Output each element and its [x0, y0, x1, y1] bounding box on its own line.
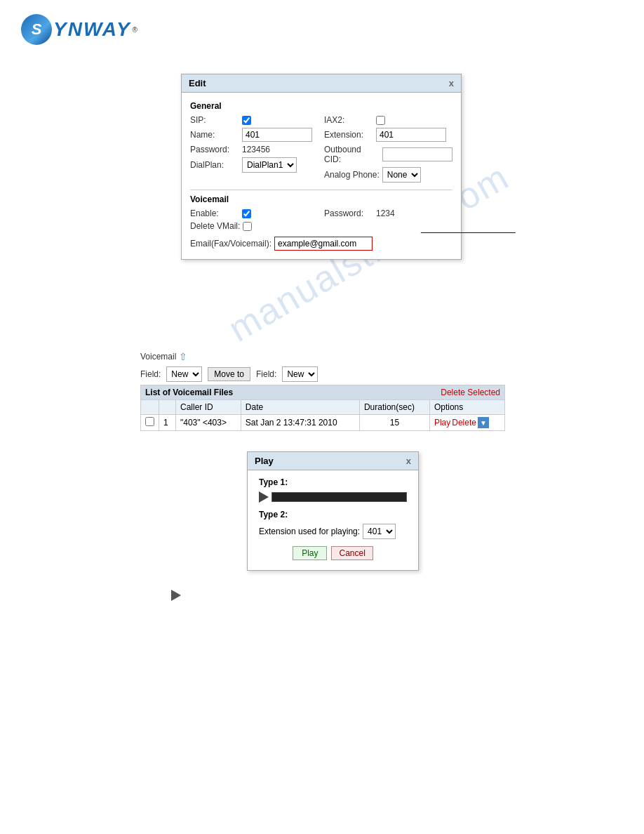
play-link[interactable]: Play	[434, 418, 450, 428]
logo-letter: S	[32, 20, 42, 39]
voicemail-table: Caller ID Date Duration(sec) Options 1 "…	[140, 399, 505, 431]
options-cell: Play Delete ▼	[434, 417, 500, 428]
analog-phone-label: Analog Phone:	[324, 170, 380, 180]
logo-area: S YNWAY ®	[0, 0, 644, 59]
vm-password-value: 1234	[376, 208, 395, 218]
play-cancel-row: Play Cancel	[259, 546, 407, 560]
delete-link[interactable]: Delete	[452, 418, 476, 428]
play-close-icon[interactable]: x	[406, 456, 411, 466]
edit-dialog: Edit x General SIP: Name: Password: 1234…	[181, 74, 462, 260]
col-options: Options	[429, 400, 504, 415]
name-row: Name:	[190, 128, 318, 142]
logo-reg: ®	[133, 26, 137, 34]
password-row: Password: 123456	[190, 145, 318, 154]
email-input[interactable]	[274, 237, 373, 251]
link-area[interactable]: ______________________	[421, 225, 516, 233]
delete-vmail-row: Delete VMail:	[190, 221, 318, 231]
field-select2[interactable]: New	[282, 366, 318, 382]
row-checkbox-cell	[141, 415, 159, 431]
enable-checkbox[interactable]	[242, 209, 251, 218]
divider1	[190, 190, 452, 190]
iax2-checkbox[interactable]	[376, 116, 385, 125]
enable-row: Enable:	[190, 208, 318, 218]
dialog-title-text: Edit	[189, 78, 206, 88]
iax2-label: IAX2:	[324, 115, 373, 125]
col-date: Date	[241, 400, 359, 415]
list-title: List of Voicemail Files	[145, 388, 233, 397]
logo-text: YNWAY	[53, 18, 131, 41]
play-button[interactable]: Play	[293, 546, 327, 560]
audio-bar	[259, 491, 407, 503]
email-label: Email(Fax/Voicemail):	[190, 239, 271, 249]
analog-phone-row: Analog Phone: None	[324, 167, 452, 183]
col-checkbox	[141, 400, 159, 415]
extension-used-label: Extension used for playing:	[259, 527, 360, 536]
audio-progress-bar	[271, 492, 407, 502]
row-caller-id: "403" <403>	[176, 415, 241, 431]
row-number: 1	[159, 415, 176, 431]
password-label: Password:	[190, 145, 239, 154]
audio-play-icon[interactable]	[259, 491, 269, 503]
outbound-cid-row: Outbound CID:	[324, 145, 452, 164]
dialog-title-bar: Edit x	[182, 74, 461, 93]
field-row: Field: New Move to Field: New	[140, 366, 505, 382]
cancel-button[interactable]: Cancel	[331, 546, 373, 560]
row-duration: 15	[359, 415, 429, 431]
dialplan-row: DialPlan: DialPlan1	[190, 157, 318, 173]
voicemail-text: Voicemail	[140, 352, 176, 362]
dialplan-label: DialPlan:	[190, 160, 239, 170]
sip-checkbox[interactable]	[242, 116, 251, 125]
vm-password-row: Password: 1234	[324, 208, 452, 218]
name-label: Name:	[190, 130, 239, 140]
play-dialog-title-text: Play	[255, 456, 274, 466]
vm-password-label: Password:	[324, 208, 373, 218]
row-date: Sat Jan 2 13:47:31 2010	[241, 415, 359, 431]
type1-label: Type 1:	[259, 477, 407, 487]
delete-vmail-label: Delete VMail:	[190, 221, 240, 231]
extension-select[interactable]: 401	[363, 524, 396, 539]
field-label1: Field:	[140, 369, 161, 379]
table-row: 1 "403" <403> Sat Jan 2 13:47:31 2010 15…	[141, 415, 505, 431]
outbound-cid-label: Outbound CID:	[324, 145, 380, 164]
extension-label: Extension:	[324, 130, 373, 140]
general-section-label: General	[190, 101, 452, 111]
voicemail-bottom-section: Voicemail ⇧ Field: New Move to Field: Ne…	[140, 351, 505, 431]
extension-row: Extension:	[324, 128, 452, 142]
row-options: Play Delete ▼	[429, 415, 504, 431]
list-header: List of Voicemail Files Delete Selected	[140, 385, 505, 399]
row-checkbox[interactable]	[145, 417, 154, 426]
logo: S YNWAY ®	[21, 14, 137, 45]
logo-circle: S	[21, 14, 52, 45]
field-label2: Field:	[256, 369, 276, 379]
col-caller-id: Caller ID	[176, 400, 241, 415]
play-dialog: Play x Type 1: Type 2: Extension used fo…	[247, 451, 419, 571]
name-input[interactable]	[242, 128, 312, 142]
col-duration: Duration(sec)	[359, 400, 429, 415]
voicemail-bottom-label: Voicemail ⇧	[140, 351, 505, 362]
field-select1[interactable]: New	[166, 366, 202, 382]
outbound-cid-input[interactable]	[382, 147, 452, 161]
email-row: Email(Fax/Voicemail):	[190, 237, 452, 251]
voicemail-section-label: Voicemail	[190, 194, 452, 204]
delete-vmail-checkbox[interactable]	[243, 222, 252, 231]
type2-label: Type 2:	[259, 510, 407, 519]
sip-label: SIP:	[190, 115, 239, 125]
col-number	[159, 400, 176, 415]
refresh-icon[interactable]: ⇧	[179, 351, 187, 362]
delete-selected-button[interactable]: Delete Selected	[441, 388, 500, 397]
play-dialog-title-bar: Play x	[248, 452, 418, 470]
dialog-body: General SIP: Name: Password: 123456 Dial…	[182, 93, 461, 259]
dialplan-select[interactable]: DialPlan1	[242, 157, 297, 173]
close-icon[interactable]: x	[449, 78, 454, 88]
bottom-play-icon[interactable]	[171, 590, 181, 601]
play-dialog-body: Type 1: Type 2: Extension used for playi…	[248, 470, 418, 570]
iax2-row: IAX2:	[324, 115, 452, 125]
analog-phone-select[interactable]: None	[382, 167, 421, 183]
options-icon[interactable]: ▼	[478, 417, 489, 428]
enable-label: Enable:	[190, 208, 239, 218]
password-value: 123456	[242, 145, 270, 154]
moveto-button[interactable]: Move to	[208, 367, 250, 381]
sip-row: SIP:	[190, 115, 318, 125]
extension-row: Extension used for playing: 401	[259, 524, 407, 539]
extension-input[interactable]	[376, 128, 446, 142]
